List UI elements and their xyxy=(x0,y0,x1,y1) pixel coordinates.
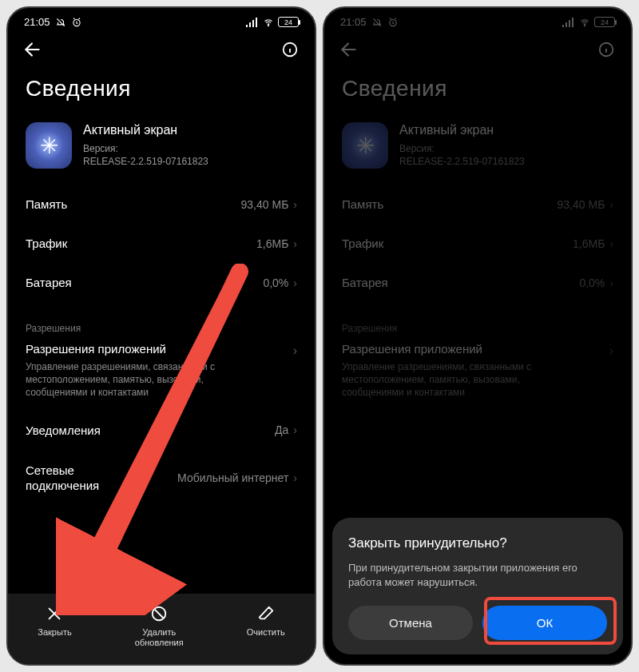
back-button[interactable] xyxy=(339,39,359,60)
app-name: Активный экран xyxy=(83,123,208,137)
page-title: Сведения xyxy=(324,65,631,117)
alarm-mute-icon xyxy=(371,17,383,28)
alarm-icon xyxy=(387,17,399,28)
row-traffic[interactable]: Трафик1,6МБ› xyxy=(324,224,631,263)
info-button[interactable] xyxy=(281,41,299,58)
app-icon xyxy=(342,122,388,169)
chevron-right-icon: › xyxy=(293,471,297,484)
svg-rect-2 xyxy=(249,22,251,27)
info-button[interactable] xyxy=(597,41,615,58)
clear-button[interactable]: Очистить xyxy=(247,605,285,648)
section-permissions: Разрешения xyxy=(8,302,315,342)
svg-rect-3 xyxy=(252,20,254,27)
battery-icon: 24 xyxy=(278,17,299,27)
clock: 21:05 xyxy=(24,16,50,28)
chevron-right-icon: › xyxy=(293,423,297,436)
chevron-right-icon: › xyxy=(293,237,297,250)
svg-rect-13 xyxy=(569,20,570,27)
dialog-title: Закрыть принудительно? xyxy=(348,535,607,551)
clock: 21:05 xyxy=(340,16,367,28)
battery-icon: 24 xyxy=(594,17,615,27)
app-icon xyxy=(26,122,72,169)
svg-rect-11 xyxy=(562,25,564,27)
eraser-icon xyxy=(257,605,275,622)
bottom-bar: Закрыть Удалить обновления Очистить xyxy=(8,594,315,664)
dialog-message: При принудительном закрытии приложения е… xyxy=(348,561,607,590)
row-memory[interactable]: Память 93,40 МБ› xyxy=(8,185,315,224)
signal-icon xyxy=(562,18,575,27)
svg-rect-12 xyxy=(566,22,567,27)
phone-left: 21:05 24 Сведения Активный экран Версия:… xyxy=(6,6,316,666)
row-app-permissions[interactable]: Разрешения приложений Управление разреше… xyxy=(324,342,631,411)
close-icon xyxy=(46,605,63,622)
alarm-mute-icon xyxy=(55,17,66,28)
row-network[interactable]: Сетевые подключения Мобильный интернет› xyxy=(8,450,315,507)
page-title: Сведения xyxy=(8,65,315,117)
row-app-permissions[interactable]: Разрешения приложений Управление разреше… xyxy=(8,342,315,411)
force-stop-dialog: Закрыть принудительно? При принудительно… xyxy=(332,518,623,654)
svg-point-15 xyxy=(585,25,585,26)
row-traffic[interactable]: Трафик 1,6МБ› xyxy=(8,224,315,263)
dialog-cancel-button[interactable]: Отмена xyxy=(348,606,473,640)
app-header: Активный экран Версия:RELEASE-2.2.519-07… xyxy=(8,117,315,185)
row-battery[interactable]: Батарея 0,0%› xyxy=(8,263,315,302)
row-memory[interactable]: Память93,40 МБ› xyxy=(324,185,631,224)
alarm-icon xyxy=(71,17,82,28)
wifi-icon xyxy=(578,18,591,27)
svg-rect-4 xyxy=(256,18,257,27)
wifi-icon xyxy=(262,18,275,27)
close-button[interactable]: Закрыть xyxy=(38,605,71,648)
row-battery[interactable]: Батарея0,0%› xyxy=(324,263,631,302)
chevron-right-icon: › xyxy=(293,342,297,358)
status-bar: 21:05 24 xyxy=(8,8,315,31)
chevron-right-icon: › xyxy=(293,198,297,211)
signal-icon xyxy=(246,18,259,27)
chevron-right-icon: › xyxy=(293,276,297,289)
svg-rect-14 xyxy=(572,18,574,27)
forbid-icon xyxy=(150,605,168,622)
phone-right: 21:05 24 Сведения Активный экран Версия:… xyxy=(323,6,633,666)
svg-rect-1 xyxy=(246,25,248,27)
nav-row xyxy=(8,31,315,65)
uninstall-updates-button[interactable]: Удалить обновления xyxy=(131,605,187,648)
app-version: Версия:RELEASE-2.2.519-07161823 xyxy=(83,142,208,168)
dialog-ok-button[interactable]: ОК xyxy=(482,606,607,640)
row-notifications[interactable]: Уведомления Да› xyxy=(8,411,315,450)
status-bar: 21:05 24 xyxy=(324,8,631,31)
svg-point-5 xyxy=(268,25,269,26)
back-button[interactable] xyxy=(22,39,43,60)
